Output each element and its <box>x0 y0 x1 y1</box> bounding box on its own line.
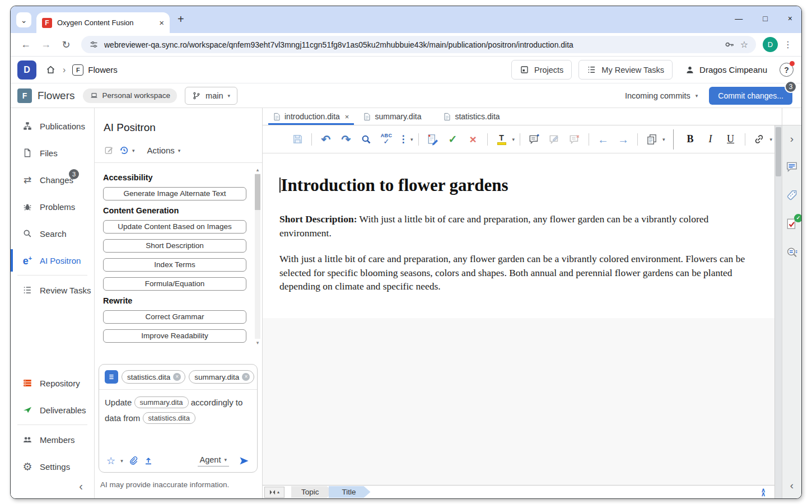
editor-scrollbar[interactable] <box>774 125 782 498</box>
attachment-chip[interactable]: statistics.dita × <box>122 370 185 384</box>
editor-content[interactable]: Introduction to flower gardens Short Des… <box>263 154 774 485</box>
improve-readability-button[interactable]: Improve Readability <box>103 329 246 343</box>
sidebar-item-settings[interactable]: ⚙ Settings <box>11 453 94 480</box>
window-close-button[interactable]: × <box>788 14 792 23</box>
sidebar-item-members[interactable]: Members <box>11 426 94 453</box>
chevron-down-icon[interactable]: ▾ <box>662 137 665 142</box>
breadcrumb-toggle-button[interactable]: ▴ <box>264 487 284 498</box>
underline-icon[interactable]: U <box>722 130 740 148</box>
chevron-down-icon[interactable]: ▾ <box>120 458 123 464</box>
editor-tab-statistics[interactable]: statistics.dita <box>437 108 506 125</box>
tab-close-icon[interactable]: × <box>159 18 164 27</box>
sidebar-item-review-tasks[interactable]: Review Tasks <box>11 277 94 304</box>
browser-menu-icon[interactable]: ⋮ <box>781 39 795 50</box>
link-icon[interactable] <box>750 130 768 148</box>
my-review-tasks-button[interactable]: My Review Tasks <box>578 60 673 80</box>
keywords-tag-icon[interactable] <box>785 189 799 202</box>
document-page[interactable]: Introduction to flower gardens Short Des… <box>263 154 774 318</box>
validation-status-icon[interactable]: ✓ <box>785 217 799 231</box>
browser-profile-avatar[interactable]: D <box>763 37 778 52</box>
branch-selector[interactable]: main ▾ <box>185 87 237 105</box>
agent-mode-dropdown[interactable]: Agent ▾ <box>198 455 229 466</box>
editor-tab-introduction[interactable]: introduction.dita × <box>267 108 355 125</box>
index-terms-button[interactable]: Index Terms <box>103 258 246 272</box>
breadcrumb-project[interactable]: Flowers <box>88 65 118 74</box>
commit-changes-button[interactable]: Commit changes... 3 <box>709 87 792 105</box>
editor-tab-summary[interactable]: summary.dita <box>357 108 427 125</box>
attachment-chip[interactable]: summary.dita × <box>189 370 254 384</box>
close-tab-icon[interactable]: × <box>345 113 349 121</box>
sidebar-collapse-button[interactable]: ‹ <box>11 480 94 498</box>
message-file-chip[interactable]: summary.dita <box>134 396 189 408</box>
navigate-forward-icon[interactable]: → <box>614 130 632 148</box>
reject-change-icon[interactable]: × <box>464 130 482 148</box>
track-changes-icon[interactable] <box>424 130 442 148</box>
home-icon[interactable] <box>45 64 56 75</box>
dita-document[interactable]: Introduction to flower gardens Short Des… <box>279 175 760 293</box>
more-options-icon[interactable]: ⋮ <box>398 130 409 148</box>
user-menu[interactable]: Dragos Cimpeanu <box>685 65 767 75</box>
sidebar-item-deliverables[interactable]: Deliverables <box>11 396 94 423</box>
incoming-commits-dropdown[interactable]: Incoming commits ▾ <box>625 91 698 100</box>
remove-attachment-icon[interactable]: × <box>242 373 250 381</box>
send-icon[interactable] <box>239 455 250 466</box>
attach-file-icon[interactable] <box>128 456 138 466</box>
history-dropdown[interactable]: ▾ <box>119 145 135 156</box>
save-icon[interactable] <box>288 130 306 148</box>
help-button[interactable]: ? <box>780 63 794 77</box>
browser-forward-button[interactable]: → <box>38 39 54 50</box>
workspace-avatar[interactable]: D <box>17 60 36 80</box>
expand-panel-icon[interactable]: › <box>790 133 794 145</box>
breadcrumb-element-title[interactable]: Title <box>329 486 371 498</box>
chat-message-input[interactable]: Update summary.dita accordingly to data … <box>105 395 251 426</box>
panel-scrollbar[interactable]: ▴ ▾ <box>254 166 261 346</box>
scroll-down-arrow[interactable]: ▾ <box>254 339 261 346</box>
sidebar-item-changes[interactable]: ⇄ Changes 3 <box>11 166 94 193</box>
undo-icon[interactable]: ↶ <box>317 130 335 148</box>
document-title[interactable]: Introduction to flower gardens <box>279 175 760 195</box>
find-replace-icon[interactable] <box>357 130 375 148</box>
italic-icon[interactable]: I <box>702 130 720 148</box>
formula-equation-button[interactable]: Formula/Equation <box>103 277 246 291</box>
bookmark-star-icon[interactable]: ☆ <box>740 39 748 50</box>
password-key-icon[interactable] <box>724 39 735 50</box>
body-paragraph[interactable]: With just a little bit of care and prepa… <box>279 252 760 294</box>
expand-breadcrumb-icon[interactable]: ∧ ∧ <box>761 488 766 496</box>
sidebar-item-ai-positron[interactable]: e+ AI Positron <box>11 247 94 274</box>
url-bar[interactable]: webreviewer-qa.sync.ro/workspace/qnfem93… <box>81 36 756 53</box>
context-files-icon[interactable] <box>105 370 118 384</box>
short-description-button[interactable]: Short Description <box>103 239 246 253</box>
chevron-down-icon[interactable]: ▾ <box>410 137 413 142</box>
upload-icon[interactable] <box>143 456 153 466</box>
browser-tab[interactable]: F Oxygen Content Fusion × <box>36 12 170 33</box>
sidebar-item-repository[interactable]: Repository <box>11 370 94 396</box>
chevron-down-icon[interactable]: ▾ <box>770 137 773 142</box>
editor-scrollbar-thumb[interactable] <box>776 127 781 176</box>
correct-grammar-button[interactable]: Correct Grammar <box>103 310 246 324</box>
url-text[interactable]: webreviewer-qa.sync.ro/workspace/qnfem93… <box>104 40 718 49</box>
minimize-button[interactable]: — <box>735 14 743 23</box>
reuse-content-icon[interactable] <box>643 130 661 148</box>
workspace-pill[interactable]: Personal workspace <box>83 88 178 103</box>
actions-dropdown[interactable]: Actions ▾ <box>147 146 181 155</box>
bold-icon[interactable]: B <box>682 130 699 148</box>
generate-image-alt-text-button[interactable]: Generate Image Alternate Text <box>103 187 246 200</box>
collapse-editor-rail-icon[interactable]: ‹ <box>782 479 801 492</box>
chevron-down-icon[interactable]: ▾ <box>512 137 515 142</box>
redo-icon[interactable]: ↷ <box>337 130 355 148</box>
browser-reload-button[interactable]: ↻ <box>58 39 74 51</box>
browser-back-button[interactable]: ← <box>17 39 34 50</box>
maximize-button[interactable]: □ <box>763 14 767 23</box>
review-search-icon[interactable] <box>785 246 799 259</box>
favorite-prompts-icon[interactable]: ☆ <box>106 455 115 467</box>
sidebar-item-search[interactable]: Search <box>11 220 94 247</box>
ai-chat-box[interactable]: statistics.dita × summary.dita × Update … <box>99 364 258 473</box>
new-chat-icon[interactable] <box>104 145 114 156</box>
sidebar-item-problems[interactable]: Problems <box>11 193 94 220</box>
spell-check-icon[interactable]: ABC ✓ <box>377 130 395 148</box>
scrollbar-thumb[interactable] <box>255 174 260 210</box>
add-comment-icon[interactable] <box>525 130 543 148</box>
navigate-back-icon[interactable]: ← <box>594 130 612 148</box>
sidebar-item-files[interactable]: Files <box>11 139 94 166</box>
tab-search-button[interactable]: ⌄ <box>16 12 31 27</box>
